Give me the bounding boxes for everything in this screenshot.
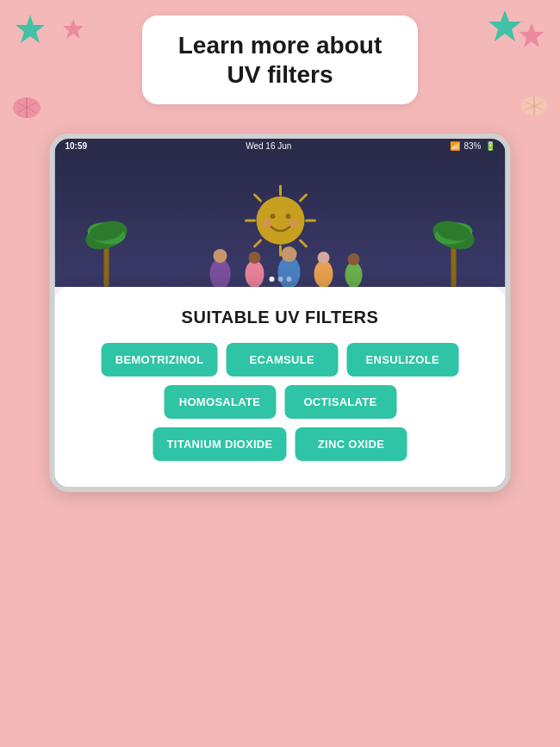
dot-2 <box>277 277 283 282</box>
svg-point-23 <box>248 252 260 264</box>
pink-star-icon-tr <box>516 22 547 51</box>
pink-star-icon-tl <box>60 17 86 41</box>
shell-icon-br2 <box>519 90 550 118</box>
filter-btn-ensulizole[interactable]: ENSULIZOLE <box>346 343 458 377</box>
filter-btn-bemotrizinol[interactable]: BEMOTRIZINOL <box>102 343 218 377</box>
svg-point-22 <box>245 260 264 287</box>
filter-btn-ecamsule[interactable]: ECAMSULE <box>226 343 338 377</box>
dot-3 <box>286 277 291 282</box>
filter-btn-homosalate[interactable]: HOMOSALATE <box>164 385 276 419</box>
hero-section <box>55 153 506 287</box>
svg-point-38 <box>256 196 304 245</box>
tablet-mockup: 10:59 Wed 16 Jun 📶 83% 🔋 <box>50 134 511 492</box>
status-date: Wed 16 Jun <box>246 141 291 151</box>
status-time: 10:59 <box>65 141 88 151</box>
svg-point-29 <box>347 253 359 265</box>
status-bar: 10:59 Wed 16 Jun 📶 83% 🔋 <box>55 139 506 153</box>
dot-1 <box>269 277 274 282</box>
shell-icon-bl <box>10 90 43 120</box>
filter-row-3: TITANIUM DIOXIDE ZINC OXIDE <box>153 427 408 461</box>
svg-point-40 <box>285 214 290 219</box>
palm-right-icon <box>428 201 480 287</box>
svg-line-36 <box>300 195 306 201</box>
filter-row-1: BEMOTRIZINOL ECAMSULE ENSULIZOLE <box>102 343 459 377</box>
filter-btn-octisalate[interactable]: OCTISALATE <box>284 385 396 419</box>
svg-point-25 <box>281 246 296 262</box>
svg-marker-3 <box>520 23 544 47</box>
svg-point-28 <box>345 262 362 287</box>
palm-left-icon <box>81 201 133 287</box>
svg-point-41 <box>263 219 271 227</box>
svg-point-39 <box>270 214 275 219</box>
status-right: 📶 83% 🔋 <box>450 141 495 151</box>
svg-point-42 <box>289 219 297 227</box>
svg-point-21 <box>213 249 227 263</box>
header-title: Learn more about UV filters <box>168 31 392 89</box>
filter-btn-titanium[interactable]: TITANIUM DIOXIDE <box>153 427 287 461</box>
content-area: AVOBENZONE chemical filter Synonym of: B… <box>55 287 506 487</box>
svg-line-34 <box>254 195 260 201</box>
header-card: Learn more about UV filters <box>142 16 418 104</box>
battery-icon: 🔋 <box>485 141 495 151</box>
modal-title: SUITABLE UV FILTERS <box>72 308 488 327</box>
svg-point-26 <box>314 260 333 287</box>
filter-btn-zinc[interactable]: ZINC OXIDE <box>296 427 408 461</box>
teal-star-icon-tl <box>13 13 47 46</box>
svg-marker-0 <box>16 15 45 43</box>
filter-row-2: HOMOSALATE OCTISALATE <box>164 385 396 419</box>
carousel-dots <box>269 277 291 282</box>
filter-buttons-grid: BEMOTRIZINOL ECAMSULE ENSULIZOLE HOMOSAL… <box>72 343 488 461</box>
wifi-icon: 📶 <box>450 141 460 151</box>
battery-text: 83% <box>464 141 481 151</box>
suitable-filters-modal: SUITABLE UV FILTERS BEMOTRIZINOL ECAMSUL… <box>55 287 506 487</box>
svg-point-27 <box>317 252 329 264</box>
svg-marker-2 <box>63 19 84 39</box>
